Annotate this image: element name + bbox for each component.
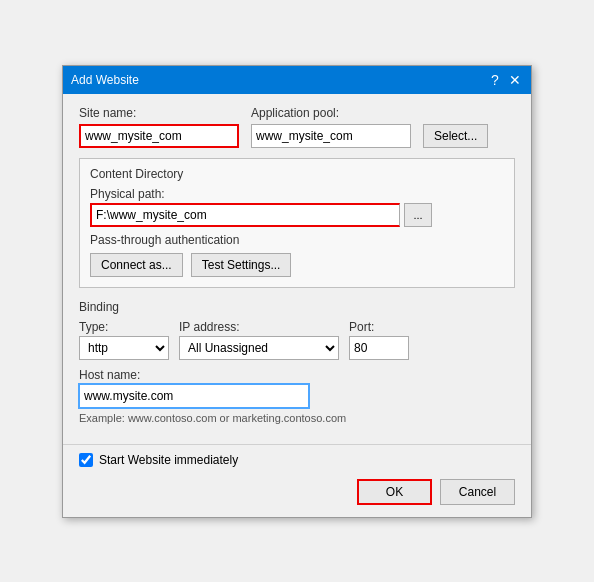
content-directory-title: Content Directory xyxy=(90,167,504,181)
ok-cancel-row: OK Cancel xyxy=(79,479,515,505)
select-app-pool-button[interactable]: Select... xyxy=(423,124,488,148)
type-select[interactable]: http https xyxy=(79,336,169,360)
site-name-row: Site name: Application pool: Select... xyxy=(79,106,515,148)
ip-select[interactable]: All Unassigned 127.0.0.1 xyxy=(179,336,339,360)
host-name-group: Host name: xyxy=(79,368,515,408)
cancel-button[interactable]: Cancel xyxy=(440,479,515,505)
dialog-title: Add Website xyxy=(71,73,139,87)
physical-path-input[interactable] xyxy=(90,203,400,227)
host-name-input[interactable] xyxy=(79,384,309,408)
app-pool-label: Application pool: xyxy=(251,106,411,120)
type-label: Type: xyxy=(79,320,169,334)
start-website-label: Start Website immediately xyxy=(99,453,238,467)
port-input[interactable] xyxy=(349,336,409,360)
add-website-dialog: Add Website ? ✕ Site name: Application p… xyxy=(62,65,532,518)
ip-group: IP address: All Unassigned 127.0.0.1 xyxy=(179,320,339,360)
type-group: Type: http https xyxy=(79,320,169,360)
app-pool-input[interactable] xyxy=(251,124,411,148)
help-button[interactable]: ? xyxy=(487,72,503,88)
site-name-input[interactable] xyxy=(79,124,239,148)
start-website-checkbox[interactable] xyxy=(79,453,93,467)
browse-button[interactable]: ... xyxy=(404,203,432,227)
auth-button-row: Connect as... Test Settings... xyxy=(90,253,504,277)
binding-controls-row: Type: http https IP address: All Unassig… xyxy=(79,320,515,360)
binding-title: Binding xyxy=(79,300,515,314)
physical-path-group: Physical path: ... xyxy=(90,187,504,227)
ip-label: IP address: xyxy=(179,320,339,334)
physical-path-row: ... xyxy=(90,203,504,227)
close-button[interactable]: ✕ xyxy=(507,72,523,88)
host-name-label: Host name: xyxy=(79,368,515,382)
connect-as-button[interactable]: Connect as... xyxy=(90,253,183,277)
binding-section: Binding Type: http https IP address: All… xyxy=(79,300,515,424)
ok-button[interactable]: OK xyxy=(357,479,432,505)
site-name-label: Site name: xyxy=(79,106,239,120)
site-name-group: Site name: xyxy=(79,106,239,148)
title-bar: Add Website ? ✕ xyxy=(63,66,531,94)
start-website-row: Start Website immediately xyxy=(79,453,515,467)
app-pool-group: Application pool: xyxy=(251,106,411,148)
title-bar-buttons: ? ✕ xyxy=(487,72,523,88)
example-text: Example: www.contoso.com or marketing.co… xyxy=(79,412,515,424)
bottom-area: Start Website immediately OK Cancel xyxy=(63,444,531,517)
port-group: Port: xyxy=(349,320,409,360)
pass-through-label: Pass-through authentication xyxy=(90,233,504,247)
dialog-content: Site name: Application pool: Select... C… xyxy=(63,94,531,440)
physical-path-label: Physical path: xyxy=(90,187,504,201)
test-settings-button[interactable]: Test Settings... xyxy=(191,253,292,277)
content-directory-section: Content Directory Physical path: ... Pas… xyxy=(79,158,515,288)
port-label: Port: xyxy=(349,320,409,334)
